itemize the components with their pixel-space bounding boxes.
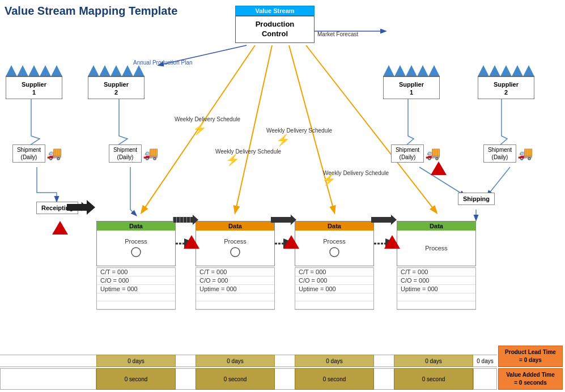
svg-marker-19 xyxy=(122,65,133,76)
row-3-4 xyxy=(295,293,373,301)
svg-marker-12 xyxy=(51,65,62,76)
lightning-4-icon: ⚡ xyxy=(322,173,336,186)
svg-rect-29 xyxy=(383,76,440,99)
truck-2-icon: 🚚 xyxy=(143,146,158,161)
timeline-days-5: 0 days xyxy=(473,355,497,367)
svg-text:2: 2 xyxy=(504,89,508,96)
process-box-1: Data Process xyxy=(96,221,176,266)
timeline-sec-1: 0 second xyxy=(96,368,176,390)
timeline-sec-2: 0 second xyxy=(196,368,275,390)
operator-2 xyxy=(224,247,247,258)
svg-rect-21 xyxy=(88,76,145,99)
svg-text:Supplier: Supplier xyxy=(104,81,129,88)
svg-text:Supplier: Supplier xyxy=(22,81,47,88)
operator-1 xyxy=(125,247,147,258)
svg-marker-18 xyxy=(111,65,122,76)
push-arrow-3 xyxy=(371,212,397,227)
push-arrow-1 xyxy=(173,212,198,227)
process-box-2: Data Process xyxy=(196,221,275,266)
data-table-4: C/T = 000 C/O = 000 Uptime = 000 xyxy=(397,267,476,310)
svg-marker-36 xyxy=(523,65,534,76)
svg-text:2: 2 xyxy=(114,89,118,96)
svg-text:Supplier: Supplier xyxy=(399,81,424,88)
shipment-2: Shipment(Daily) 🚚 xyxy=(109,144,158,163)
process-2-body: Process xyxy=(196,231,274,266)
data-table-3: C/T = 000 C/O = 000 Uptime = 000 xyxy=(295,267,374,310)
svg-marker-34 xyxy=(500,65,512,76)
svg-marker-35 xyxy=(512,65,523,76)
timeline-days-2: 0 days xyxy=(196,355,275,367)
process-2-label: Process xyxy=(224,238,247,245)
uptime-3: Uptime = 000 xyxy=(295,285,373,293)
process-1-body: Process xyxy=(97,231,175,266)
lightning-2-icon: ⚡ xyxy=(226,153,240,167)
svg-marker-8 xyxy=(6,65,17,76)
production-control-body: Production Control xyxy=(235,16,315,43)
svg-line-3 xyxy=(487,167,510,195)
svg-text:1: 1 xyxy=(410,89,413,96)
ct-4: C/T = 000 xyxy=(397,268,475,276)
uptime-2: Uptime = 000 xyxy=(196,285,274,293)
triangle-process-2 xyxy=(184,235,199,249)
svg-marker-46 xyxy=(193,215,198,225)
timeline-sec-3: 0 second xyxy=(295,368,374,390)
triangle-process-4 xyxy=(384,235,400,249)
svg-marker-9 xyxy=(17,65,28,76)
svg-marker-20 xyxy=(133,65,145,76)
co-3: C/O = 000 xyxy=(295,276,373,285)
triangle-shipment-3 xyxy=(431,161,447,175)
uptime-1: Uptime = 000 xyxy=(97,285,175,293)
data-table-1: C/T = 000 C/O = 000 Uptime = 000 xyxy=(96,267,176,310)
svg-marker-50 xyxy=(391,215,397,225)
svg-marker-16 xyxy=(88,65,99,76)
triangle-process-3 xyxy=(283,235,299,249)
weekly-schedule-label-1: Weekly Delivery Schedule xyxy=(175,116,240,122)
push-arrow-2 xyxy=(271,212,296,227)
timeline-days-4: 0 days xyxy=(394,355,473,367)
svg-marker-10 xyxy=(28,65,40,76)
supplier-1-right: Supplier 1 xyxy=(383,62,440,100)
svg-marker-24 xyxy=(383,65,394,76)
shipment-4: Shipment(Daily) 🚚 xyxy=(483,144,533,163)
timeline-days-3: 0 days xyxy=(295,355,374,367)
svg-point-40 xyxy=(131,248,141,257)
production-control-header: Value Stream xyxy=(235,6,315,16)
lightning-1-icon: ⚡ xyxy=(193,122,207,135)
svg-point-41 xyxy=(231,248,240,257)
svg-rect-47 xyxy=(271,217,291,223)
svg-marker-52 xyxy=(87,200,95,215)
supplier-2-left: Supplier 2 xyxy=(88,62,145,100)
co-4: C/O = 000 xyxy=(397,276,475,285)
production-control-box: Value Stream Production Control xyxy=(235,6,315,43)
shipment-3: Shipment(Daily) 🚚 xyxy=(391,144,440,163)
truck-3-icon: 🚚 xyxy=(425,146,440,161)
co-2: C/O = 000 xyxy=(196,276,274,285)
supplier-2-right: Supplier 2 xyxy=(478,62,534,100)
process-3-body: Process xyxy=(295,231,373,266)
process-4-header: Data xyxy=(397,221,475,231)
uptime-4: Uptime = 000 xyxy=(397,285,475,293)
svg-text:1: 1 xyxy=(32,89,36,96)
svg-rect-37 xyxy=(478,76,534,99)
timeline-bottom-row: 0 second 0 second 0 second 0 second xyxy=(0,368,497,390)
svg-marker-27 xyxy=(417,65,428,76)
truck-1-icon: 🚚 xyxy=(46,146,62,161)
process-box-4: Data Process xyxy=(397,221,476,266)
co-1: C/O = 000 xyxy=(97,276,175,285)
data-table-2: C/T = 000 C/O = 000 Uptime = 000 xyxy=(196,267,275,310)
operator-3 xyxy=(323,247,346,258)
svg-marker-48 xyxy=(291,215,296,225)
svg-rect-51 xyxy=(67,204,87,211)
ct-1: C/T = 000 xyxy=(97,268,175,276)
ct-2: C/T = 000 xyxy=(196,268,274,276)
row-4-4 xyxy=(397,293,475,301)
row-4-5 xyxy=(397,301,475,309)
supplier-1-left: Supplier 1 xyxy=(6,62,62,100)
timeline-days-1: 0 days xyxy=(96,355,176,367)
big-push-arrow xyxy=(67,198,95,216)
shipping-box: Shipping xyxy=(458,193,495,205)
svg-rect-45 xyxy=(173,217,193,223)
shipment-1: Shipment(Daily) 🚚 xyxy=(12,144,62,163)
annual-production-plan-label: Annual Production Plan xyxy=(133,59,193,66)
svg-marker-17 xyxy=(99,65,111,76)
